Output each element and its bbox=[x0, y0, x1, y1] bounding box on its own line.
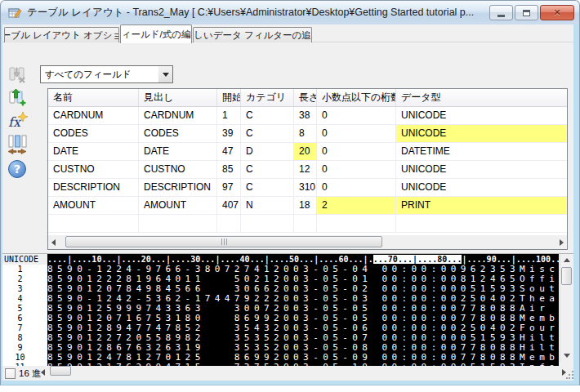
cell-name[interactable]: CARDNUM bbox=[48, 107, 139, 124]
field-filter-dropdown[interactable]: すべてのフィールド bbox=[40, 65, 173, 83]
help-button[interactable]: ? bbox=[6, 158, 29, 180]
data-preview-hscroll-thumb[interactable] bbox=[50, 366, 71, 376]
cell-decimals[interactable]: 0 bbox=[317, 161, 396, 178]
cell-length[interactable]: 8 bbox=[294, 125, 317, 142]
edit-expression-button[interactable]: fx bbox=[6, 110, 29, 131]
cell-start[interactable]: 47 bbox=[217, 143, 241, 160]
tab-edit-fields-expressions[interactable]: フィールド/式の編集 bbox=[120, 24, 192, 43]
col-header-heading[interactable]: 見出し bbox=[139, 89, 217, 106]
cell-type[interactable]: UNICODE bbox=[396, 179, 567, 196]
field-row-custno[interactable]: CUSTNOCUSTNO85C120UNICODE bbox=[48, 161, 567, 179]
tab-table-layout-options[interactable]: テーブル レイアウト オプション bbox=[4, 27, 119, 42]
cell-type[interactable]: DATETIME bbox=[396, 143, 567, 160]
cell-type[interactable]: UNICODE bbox=[396, 107, 567, 124]
cell-category[interactable]: C bbox=[241, 161, 294, 178]
field-table-hscroll-thumb[interactable] bbox=[65, 236, 382, 247]
data-row-7: 78590128947747852 35432003-05-06 00:00:0… bbox=[2, 323, 573, 333]
help-icon: ? bbox=[7, 159, 27, 179]
field-table: 名前 見出し 開始 カテゴリ 長さ 小数点以下の桁数 データ型 CARDNUMC… bbox=[47, 88, 568, 250]
cell-heading[interactable]: DATE bbox=[139, 143, 217, 160]
col-header-start[interactable]: 開始 bbox=[217, 89, 241, 106]
cell-heading[interactable]: CARDNUM bbox=[139, 107, 217, 124]
col-header-name[interactable]: 名前 bbox=[48, 89, 139, 106]
cell-name[interactable]: CUSTNO bbox=[48, 161, 139, 178]
record-bytes: 8590128676326319 35352003-05-08 00:00:00… bbox=[47, 343, 559, 353]
field-row-codes[interactable]: CODESCODES39C80UNICODE bbox=[48, 125, 567, 143]
cell-type[interactable]: UNICODE bbox=[396, 161, 567, 178]
cell-length[interactable]: 12 bbox=[294, 161, 317, 178]
scroll-left-icon[interactable] bbox=[51, 239, 56, 246]
scroll-left-icon[interactable] bbox=[41, 369, 45, 376]
cell-category[interactable]: C bbox=[241, 125, 294, 142]
field-table-hscroll-track[interactable] bbox=[59, 235, 556, 249]
dropdown-button[interactable] bbox=[158, 66, 172, 82]
data-preview-hscrollbar[interactable] bbox=[38, 367, 569, 378]
col-header-category[interactable]: カテゴリ bbox=[241, 89, 294, 106]
cell-name[interactable]: AMOUNT bbox=[48, 197, 139, 214]
cell-name[interactable]: DATE bbox=[48, 143, 139, 160]
add-field-button[interactable] bbox=[6, 87, 29, 108]
cell-name[interactable]: DESCRIPTION bbox=[48, 179, 139, 196]
scroll-right-icon[interactable] bbox=[560, 239, 564, 246]
field-row-amount[interactable]: AMOUNTAMOUNT407N182PRINT bbox=[48, 197, 567, 215]
cell-decimals[interactable]: 2 bbox=[317, 197, 396, 214]
cell-length[interactable]: 38 bbox=[294, 107, 317, 124]
cell-heading[interactable]: DESCRIPTION bbox=[139, 179, 217, 196]
col-header-type[interactable]: データ型 bbox=[396, 89, 567, 106]
field-filter-value: すべてのフィールド bbox=[41, 69, 158, 81]
cell-category[interactable]: D bbox=[241, 143, 294, 160]
cell-length[interactable]: 20 bbox=[294, 143, 317, 160]
cell-start[interactable]: 39 bbox=[217, 125, 241, 142]
tab-add-data-filter[interactable]: 新しいデータ フィルターの追加 bbox=[193, 27, 312, 42]
scroll-up-icon[interactable] bbox=[564, 258, 570, 262]
data-preview-vscrollbar[interactable] bbox=[560, 254, 573, 362]
data-preview-hscroll-track[interactable] bbox=[48, 366, 559, 380]
record-number: 5 bbox=[2, 304, 47, 314]
field-row-description[interactable]: DESCRIPTIONDESCRIPTION97C3100UNICODE bbox=[48, 179, 567, 197]
cell-category[interactable]: N bbox=[241, 197, 294, 214]
chevron-down-icon bbox=[163, 73, 169, 77]
field-table-hscrollbar[interactable] bbox=[48, 235, 567, 249]
record-number: 3 bbox=[2, 284, 47, 294]
cell-heading[interactable]: CODES bbox=[139, 125, 217, 142]
cell-length[interactable]: 18 bbox=[294, 197, 317, 214]
field-row-date[interactable]: DATEDATE47D200DATETIME bbox=[48, 143, 567, 161]
resize-grip[interactable] bbox=[566, 371, 573, 378]
cell-decimals[interactable]: 0 bbox=[317, 125, 396, 142]
hex-checkbox[interactable] bbox=[5, 368, 16, 379]
cell-heading[interactable]: AMOUNT bbox=[139, 197, 217, 214]
record-number: 9 bbox=[2, 343, 47, 353]
close-icon: ✕ bbox=[553, 7, 560, 18]
data-preview-rows: 18590-1224-9766-380727412003-05-04 00:00… bbox=[2, 265, 573, 366]
cell-start[interactable]: 97 bbox=[217, 179, 241, 196]
cell-start[interactable]: 85 bbox=[217, 161, 241, 178]
cell-decimals[interactable]: 0 bbox=[317, 179, 396, 196]
col-header-decimals[interactable]: 小数点以下の桁数 bbox=[317, 89, 396, 106]
record-bytes: 8590-1224-9766-380727412003-05-04 00:00:… bbox=[47, 265, 559, 274]
shift-field-button[interactable] bbox=[6, 134, 29, 155]
close-button[interactable]: ✕ bbox=[540, 5, 574, 20]
field-table-header: 名前 見出し 開始 カテゴリ 長さ 小数点以下の桁数 データ型 bbox=[48, 89, 567, 107]
cell-category[interactable]: C bbox=[241, 179, 294, 196]
titlebar[interactable]: テーブル レイアウト - Trans2_May [ C:¥Users¥Admin… bbox=[0, 0, 580, 24]
maximize-button[interactable] bbox=[515, 5, 538, 20]
cell-type[interactable]: UNICODE bbox=[396, 125, 567, 142]
data-preview: UNICODE ....|....10...|....20...|....30.… bbox=[2, 253, 573, 381]
cell-length[interactable]: 310 bbox=[294, 179, 317, 196]
cell-category[interactable]: C bbox=[241, 107, 294, 124]
col-header-length[interactable]: 長さ bbox=[294, 89, 317, 106]
cell-decimals[interactable]: 0 bbox=[317, 143, 396, 160]
cell-heading[interactable]: CUSTNO bbox=[139, 161, 217, 178]
scroll-down-icon[interactable] bbox=[564, 354, 570, 358]
field-row-cardnum[interactable]: CARDNUMCARDNUM1C380UNICODE bbox=[48, 107, 567, 125]
cell-decimals[interactable]: 0 bbox=[317, 107, 396, 124]
maximize-icon bbox=[523, 10, 530, 16]
cell-start[interactable]: 1 bbox=[217, 107, 241, 124]
cell-type[interactable]: PRINT bbox=[396, 197, 567, 214]
data-preview-vscroll-thumb[interactable] bbox=[561, 267, 572, 285]
cell-start[interactable]: 407 bbox=[217, 197, 241, 214]
record-number: 8 bbox=[2, 333, 47, 343]
delete-field-button[interactable] bbox=[6, 64, 29, 85]
minimize-button[interactable] bbox=[489, 5, 513, 20]
cell-name[interactable]: CODES bbox=[48, 125, 139, 142]
